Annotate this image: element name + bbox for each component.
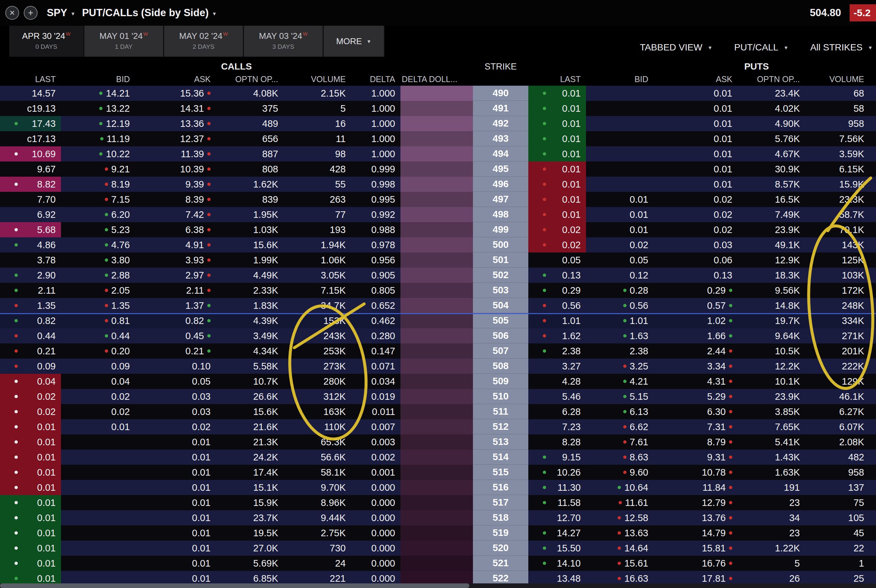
put-volume-cell[interactable]: 6.27K — [805, 404, 876, 419]
call-open-interest-cell[interactable]: 15.1K — [216, 480, 284, 495]
put-open-interest-cell[interactable]: 19.7K — [738, 313, 805, 328]
put-open-interest-cell[interactable]: 23.9K — [738, 222, 805, 237]
put-ask-cell[interactable]: 13.76 — [654, 510, 738, 525]
put-open-interest-cell[interactable]: 7.65K — [738, 419, 805, 434]
call-volume-cell[interactable]: 3.05K — [284, 268, 351, 283]
call-bid-cell[interactable] — [61, 540, 135, 556]
call-bid-cell[interactable]: 7.15 — [61, 192, 135, 207]
call-open-interest-cell[interactable]: 15.6K — [216, 404, 284, 419]
call-delta-cell[interactable]: 0.992 — [351, 207, 400, 222]
call-open-interest-cell[interactable]: 4.39K — [216, 313, 284, 328]
put-ask-cell[interactable]: 16.76 — [654, 556, 738, 571]
put-volume-cell[interactable]: 172K — [805, 283, 876, 298]
call-ask-cell[interactable]: 0.01 — [135, 480, 216, 495]
put-volume-cell[interactable]: 248K — [805, 298, 876, 313]
call-last-cell[interactable]: 0.01 — [0, 525, 61, 540]
put-last-cell[interactable]: 3.27 — [528, 358, 586, 374]
put-open-interest-cell[interactable]: 1.22K — [738, 540, 805, 556]
put-ask-cell[interactable]: 11.84 — [654, 480, 738, 495]
call-last-cell[interactable]: 9.67 — [0, 162, 61, 177]
put-open-interest-cell[interactable]: 191 — [738, 480, 805, 495]
strike-cell[interactable]: 520 — [473, 540, 528, 556]
call-last-cell[interactable]: c19.13 — [0, 101, 61, 116]
put-bid-cell[interactable] — [586, 146, 654, 162]
put-bid-cell[interactable] — [586, 162, 654, 177]
call-volume-cell[interactable]: 16 — [284, 116, 351, 131]
strike-cell[interactable]: 493 — [473, 131, 528, 146]
put-volume-cell[interactable]: 125K — [805, 252, 876, 268]
call-bid-cell[interactable]: 1.35 — [61, 298, 135, 313]
call-open-interest-cell[interactable]: 2.33K — [216, 283, 284, 298]
chevron-down-icon[interactable]: ▼ — [212, 11, 217, 16]
call-delta-cell[interactable]: 0.956 — [351, 252, 400, 268]
option-row-498[interactable]: 6.926.207.421.95K770.9924980.010.010.027… — [0, 207, 876, 222]
put-open-interest-cell[interactable]: 30.9K — [738, 162, 805, 177]
put-bid-cell[interactable] — [586, 177, 654, 192]
put-ask-cell[interactable]: 9.31 — [654, 450, 738, 465]
call-last-cell[interactable]: 0.01 — [0, 450, 61, 465]
put-bid-cell[interactable]: 12.58 — [586, 510, 654, 525]
call-delta-dollars-cell[interactable] — [400, 540, 473, 556]
put-last-cell[interactable]: 0.29 — [528, 283, 586, 298]
put-last-cell[interactable]: 14.27 — [528, 525, 586, 540]
tabbed-view-dropdown[interactable]: TABBED VIEW ▼ — [640, 42, 712, 53]
call-delta-dollars-cell[interactable] — [400, 525, 473, 540]
call-ask-cell[interactable]: 0.21 — [135, 344, 216, 358]
put-last-cell[interactable]: 0.02 — [528, 222, 586, 237]
call-delta-cell[interactable]: 1.000 — [351, 131, 400, 146]
call-delta-cell[interactable]: 0.000 — [351, 480, 400, 495]
call-volume-cell[interactable]: 24 — [284, 556, 351, 571]
add-icon[interactable]: + — [24, 6, 38, 20]
call-ask-cell[interactable]: 9.39 — [135, 177, 216, 192]
strike-cell[interactable]: 516 — [473, 480, 528, 495]
put-open-interest-cell[interactable]: 5.76K — [738, 131, 805, 146]
put-volume-cell[interactable]: 70.1K — [805, 222, 876, 237]
call-delta-dollars-cell[interactable] — [400, 283, 473, 298]
call-delta-dollars-cell[interactable] — [400, 389, 473, 404]
put-bid-cell[interactable]: 0.05 — [586, 252, 654, 268]
call-delta-cell[interactable]: 0.978 — [351, 237, 400, 252]
strike-cell[interactable]: 503 — [473, 283, 528, 298]
call-delta-cell[interactable]: 0.652 — [351, 298, 400, 313]
put-open-interest-cell[interactable]: 7.49K — [738, 207, 805, 222]
put-last-cell[interactable]: 0.01 — [528, 116, 586, 131]
call-last-cell[interactable]: 1.35 — [0, 298, 61, 313]
put-ask-cell[interactable]: 6.30 — [654, 404, 738, 419]
strike-cell[interactable]: 519 — [473, 525, 528, 540]
call-last-cell[interactable]: 0.01 — [0, 510, 61, 525]
put-ask-cell[interactable]: 0.29 — [654, 283, 738, 298]
strike-cell[interactable]: 499 — [473, 222, 528, 237]
call-delta-cell[interactable]: 0.000 — [351, 556, 400, 571]
call-ask-cell[interactable]: 10.39 — [135, 162, 216, 177]
call-ask-cell[interactable]: 4.91 — [135, 237, 216, 252]
call-delta-dollars-cell[interactable] — [400, 116, 473, 131]
call-ask-cell[interactable]: 0.03 — [135, 404, 216, 419]
put-ask-cell[interactable]: 0.03 — [654, 237, 738, 252]
call-last-cell[interactable]: 2.11 — [0, 283, 61, 298]
call-ask-cell[interactable]: 12.37 — [135, 131, 216, 146]
put-last-cell[interactable]: 6.28 — [528, 404, 586, 419]
call-volume-cell[interactable]: 2.75K — [284, 525, 351, 540]
call-open-interest-cell[interactable]: 23.7K — [216, 510, 284, 525]
call-bid-cell[interactable]: 11.19 — [61, 131, 135, 146]
call-bid-cell[interactable]: 3.80 — [61, 252, 135, 268]
call-delta-cell[interactable]: 0.000 — [351, 510, 400, 525]
call-delta-cell[interactable]: 0.280 — [351, 328, 400, 344]
scrollbar-thumb[interactable] — [0, 584, 469, 588]
put-last-cell[interactable]: 0.02 — [528, 237, 586, 252]
call-delta-dollars-cell[interactable] — [400, 358, 473, 374]
put-open-interest-cell[interactable]: 1.43K — [738, 450, 805, 465]
call-last-cell[interactable]: 0.01 — [0, 495, 61, 510]
put-bid-cell[interactable]: 0.56 — [586, 298, 654, 313]
call-delta-dollars-cell[interactable] — [400, 86, 473, 101]
put-bid-cell[interactable]: 9.60 — [586, 465, 654, 480]
close-icon[interactable]: × — [5, 6, 19, 20]
put-last-cell[interactable]: 1.01 — [528, 313, 586, 328]
call-last-cell[interactable]: 3.78 — [0, 252, 61, 268]
put-open-interest-cell[interactable]: 49.1K — [738, 237, 805, 252]
call-delta-dollars-cell[interactable] — [400, 207, 473, 222]
put-last-cell[interactable]: 0.56 — [528, 298, 586, 313]
put-volume-cell[interactable]: 58.7K — [805, 207, 876, 222]
put-ask-cell[interactable]: 0.02 — [654, 192, 738, 207]
put-ask-cell[interactable]: 0.01 — [654, 131, 738, 146]
